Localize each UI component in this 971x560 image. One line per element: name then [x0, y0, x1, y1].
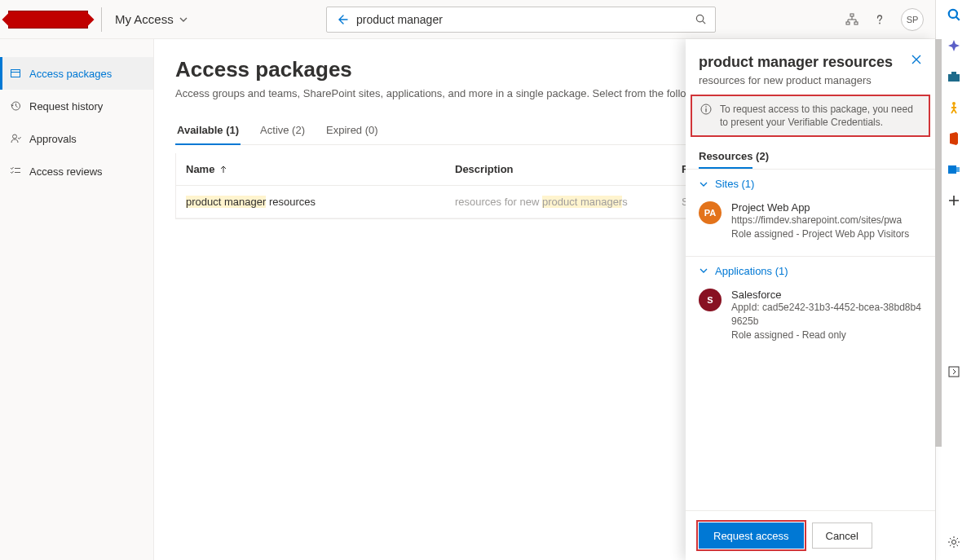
nav-label: Request history: [29, 100, 103, 112]
resource-name: Project Web App: [731, 201, 922, 214]
resources-tab[interactable]: Resources (2): [686, 145, 935, 169]
nav-access-packages[interactable]: Access packages: [0, 57, 153, 90]
details-panel: product manager resources resources for …: [686, 39, 935, 560]
tab-active[interactable]: Active (2): [258, 117, 307, 144]
svg-point-21: [951, 540, 956, 545]
svg-rect-2: [850, 14, 854, 16]
left-nav: Access packages Request history Approval…: [0, 39, 154, 560]
app-switcher[interactable]: My Access: [115, 12, 188, 26]
panel-subtitle: resources for new product managers: [686, 74, 935, 95]
resource-name: Salesforce: [731, 289, 922, 301]
divider: [101, 7, 102, 32]
package-icon: [10, 68, 21, 79]
app-name: My Access: [115, 12, 174, 26]
expand-icon[interactable]: [946, 364, 962, 380]
header-actions: SP: [845, 8, 924, 31]
briefcase-icon[interactable]: [946, 68, 962, 85]
group-toggle-sites[interactable]: Sites (1): [699, 178, 922, 190]
resource-avatar: PA: [699, 201, 722, 224]
chevron-down-icon: [699, 179, 708, 189]
svg-rect-3: [846, 22, 850, 24]
chevron-down-icon: [699, 266, 708, 276]
sparkle-icon[interactable]: [946, 37, 962, 54]
svg-point-0: [696, 15, 703, 21]
col-header-name[interactable]: Name: [186, 163, 455, 175]
app-header: My Access: [0, 0, 935, 39]
resource-group-applications: Applications (1) S Salesforce AppId: cad…: [686, 256, 935, 356]
resource-appid: AppId: cad5e242-31b3-4452-bcea-38bd8b496…: [731, 301, 922, 329]
checklist-icon: [10, 165, 21, 177]
svg-point-11: [705, 106, 707, 108]
brand-logo: [8, 11, 88, 29]
nav-access-reviews[interactable]: Access reviews: [0, 155, 153, 187]
nav-request-history[interactable]: Request history: [0, 90, 153, 122]
panel-footer: Request access Cancel: [686, 510, 935, 560]
office-icon[interactable]: [946, 130, 962, 147]
col-header-description[interactable]: Description: [455, 163, 682, 175]
search-icon[interactable]: [946, 7, 962, 23]
resource-url: https://fimdev.sharepoint.com/sites/pwa: [731, 214, 922, 227]
svg-point-5: [879, 22, 881, 24]
svg-rect-18: [948, 165, 956, 174]
svg-line-1: [703, 21, 705, 24]
group-toggle-applications[interactable]: Applications (1): [699, 265, 922, 277]
panel-title: product manager resources: [699, 54, 893, 71]
info-icon: [700, 104, 712, 115]
nav-approvals[interactable]: Approvals: [0, 122, 153, 155]
person-walking-icon[interactable]: [946, 99, 962, 116]
chevron-down-icon: [179, 15, 188, 24]
cell-description: resources for new product managers: [455, 196, 682, 208]
help-icon[interactable]: [873, 13, 886, 26]
cell-name: product manager resources: [186, 196, 455, 208]
search-icon[interactable]: [695, 13, 707, 25]
plus-icon[interactable]: [946, 192, 962, 209]
nav-label: Access reviews: [29, 165, 103, 178]
svg-line-14: [956, 17, 959, 20]
history-icon: [10, 100, 21, 112]
back-arrow-icon[interactable]: [335, 13, 348, 26]
svg-rect-15: [948, 74, 960, 82]
nav-label: Access packages: [29, 68, 112, 80]
svg-point-17: [952, 102, 956, 105]
nav-label: Approvals: [29, 133, 77, 145]
gear-icon[interactable]: [946, 534, 962, 550]
resource-group-sites: Sites (1) PA Project Web App https://fim…: [686, 169, 935, 256]
svg-point-9: [13, 134, 17, 139]
svg-rect-19: [956, 167, 960, 172]
tab-expired[interactable]: Expired (0): [324, 117, 380, 144]
avatar-initials: SP: [907, 15, 919, 24]
outlook-icon[interactable]: [946, 161, 962, 178]
info-text: To request access to this package, you n…: [720, 103, 920, 129]
sort-up-icon: [219, 165, 227, 174]
tab-available[interactable]: Available (1): [175, 117, 241, 144]
info-banner: To request access to this package, you n…: [691, 95, 930, 137]
svg-rect-20: [949, 367, 959, 377]
search-box[interactable]: [326, 7, 716, 33]
resource-role: Role assigned - Project Web App Visitors: [731, 227, 922, 241]
cancel-button[interactable]: Cancel: [812, 523, 872, 549]
resource-avatar: S: [699, 289, 722, 311]
svg-rect-4: [854, 22, 858, 24]
svg-point-13: [948, 10, 956, 18]
close-icon[interactable]: [911, 54, 922, 65]
resource-role: Role assigned - Read only: [731, 329, 922, 342]
person-icon: [10, 133, 21, 144]
user-avatar[interactable]: SP: [901, 8, 924, 31]
resource-item[interactable]: S Salesforce AppId: cad5e242-31b3-4452-b…: [699, 285, 922, 348]
org-chart-icon[interactable]: [845, 13, 858, 26]
resource-item[interactable]: PA Project Web App https://fimdev.sharep…: [699, 198, 922, 248]
svg-rect-16: [951, 72, 956, 74]
request-access-button[interactable]: Request access: [699, 523, 804, 549]
svg-rect-6: [11, 70, 20, 77]
search-input[interactable]: [356, 13, 695, 26]
